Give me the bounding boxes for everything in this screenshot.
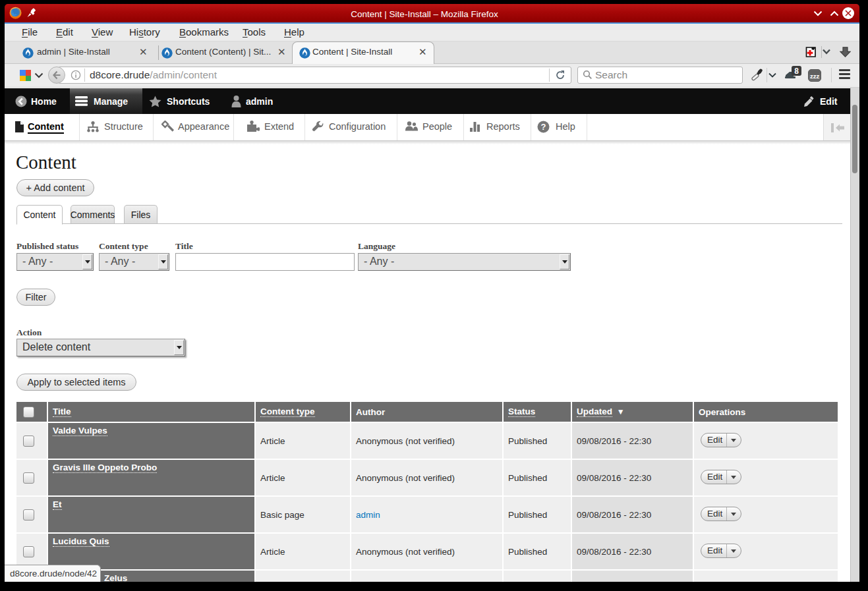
svg-text:?: ?: [541, 122, 546, 132]
svg-text:8: 8: [794, 67, 799, 76]
svg-text:zzz: zzz: [810, 72, 820, 80]
